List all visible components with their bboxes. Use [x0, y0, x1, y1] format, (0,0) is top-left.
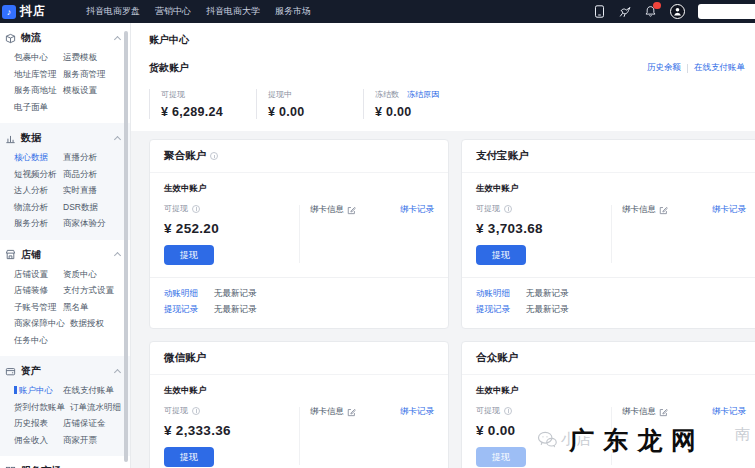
frozen-reason-link[interactable]: 冻结原因: [407, 89, 439, 100]
bind-records-link[interactable]: 绑卡记录: [400, 204, 434, 216]
withdrawable-label: 可提现: [476, 203, 500, 214]
edit-icon[interactable]: [659, 408, 668, 417]
bind-records-link[interactable]: 绑卡记录: [712, 204, 746, 216]
collapse-icon[interactable]: [114, 135, 121, 142]
stat-label: 可提现: [161, 89, 185, 100]
section-header-shop[interactable]: 店铺: [5, 248, 124, 262]
edit-icon[interactable]: [347, 408, 356, 417]
menu-item-university[interactable]: 抖音电商大学: [206, 5, 260, 18]
sidebar-item[interactable]: 物流分析: [14, 202, 58, 214]
bind-card-info[interactable]: 绑卡信息: [310, 406, 356, 418]
sidebar-item[interactable]: 地址库管理: [14, 69, 58, 81]
withdraw-records-link[interactable]: 提现记录: [164, 304, 198, 316]
edit-icon[interactable]: [347, 206, 356, 215]
info-icon[interactable]: [504, 205, 512, 213]
section-header-assets[interactable]: 资产: [5, 364, 124, 378]
collapse-icon[interactable]: [114, 252, 121, 259]
avatar[interactable]: [670, 4, 685, 19]
txn-detail-link[interactable]: 动账明细: [164, 288, 198, 300]
info-icon[interactable]: [210, 152, 218, 160]
withdrawable-amount: ¥ 3,703.68: [476, 221, 611, 236]
notification-bell-icon[interactable]: [644, 5, 657, 18]
sidebar-section-shop: 店铺 店铺设置资质中心 店铺装修支付方式设置 子账号管理黑名单 商家保障中心数据…: [0, 240, 130, 357]
no-record-text: 无最新记录: [214, 304, 257, 316]
sidebar-item[interactable]: 支付方式设置: [63, 285, 114, 297]
info-icon[interactable]: [504, 407, 512, 415]
sidebar-item-account-center[interactable]: 账户中心: [14, 385, 58, 397]
withdrawable-amount: ¥ 252.20: [164, 221, 299, 236]
menu-item-marketing[interactable]: 营销中心: [155, 5, 191, 18]
sidebar-item[interactable]: 实时直播: [63, 185, 97, 197]
sidebar-item[interactable]: 服务商地址: [14, 85, 58, 97]
sidebar-item[interactable]: 直播分析: [63, 152, 97, 164]
sidebar-item[interactable]: 数据授权: [70, 318, 104, 330]
menu-item-service-market[interactable]: 服务市场: [275, 5, 311, 18]
sidebar-item[interactable]: 达人分析: [14, 185, 58, 197]
sidebar-item[interactable]: 任务中心: [14, 335, 58, 347]
stat-label: 提现中: [268, 89, 292, 100]
info-icon[interactable]: [192, 407, 200, 415]
sidebar-item[interactable]: 服务商管理: [63, 69, 106, 81]
sidebar-item[interactable]: 佣金收入: [14, 435, 58, 447]
sidebar-item[interactable]: 店铺设置: [14, 269, 58, 281]
history-balance-link[interactable]: 历史余额: [647, 62, 681, 74]
txn-detail-link[interactable]: 动账明细: [476, 288, 510, 300]
sidebar-item[interactable]: 商家体验分: [63, 218, 106, 230]
sidebar-item[interactable]: 黑名单: [63, 302, 89, 314]
sidebar-item[interactable]: 包裹中心: [14, 52, 58, 64]
online-payment-bill-link[interactable]: 在线支付账单: [694, 62, 745, 74]
sidebar-item[interactable]: 电子面单: [14, 102, 58, 114]
sidebar-item[interactable]: 服务分析: [14, 218, 58, 230]
bind-records-link[interactable]: 绑卡记录: [712, 406, 746, 418]
sidebar-item[interactable]: 模板设置: [63, 85, 97, 97]
sidebar-item[interactable]: 货到付款账单: [14, 402, 65, 414]
section-title: 资产: [21, 364, 110, 378]
topbar-menu: 抖音电商罗盘 营销中心 抖音电商大学 服务市场: [86, 5, 311, 18]
bind-card-info[interactable]: 绑卡信息: [310, 204, 356, 216]
bind-records-link[interactable]: 绑卡记录: [400, 406, 434, 418]
sidebar-item[interactable]: 短视频分析: [14, 169, 58, 181]
withdraw-records-link[interactable]: 提现记录: [476, 304, 510, 316]
dove-message-icon[interactable]: [618, 6, 631, 18]
sidebar-section-logistics: 物流 包裹中心运费模板 地址库管理服务商管理 服务商地址模板设置 电子面单: [0, 23, 130, 123]
sidebar-item[interactable]: 商家保障中心: [14, 318, 65, 330]
withdraw-button[interactable]: 提现: [476, 447, 526, 467]
sidebar-item[interactable]: 商品分析: [63, 169, 97, 181]
section-title: 店铺: [21, 248, 110, 262]
menu-item-compass[interactable]: 抖音电商罗盘: [86, 5, 140, 18]
withdraw-button[interactable]: 提现: [164, 245, 214, 265]
sidebar-item[interactable]: DSR数据: [63, 202, 98, 214]
sidebar-section-data: 数据 核心数据直播分析 短视频分析商品分析 达人分析实时直播 物流分析DSR数据…: [0, 123, 130, 240]
bind-card-info[interactable]: 绑卡信息: [622, 204, 668, 216]
account-card-hezhong: 合众账户 生效中账户 可提现 ¥ 0.00 提现: [461, 341, 755, 468]
shop-icon: [5, 249, 16, 260]
sidebar-item[interactable]: 资质中心: [63, 269, 97, 281]
sidebar-item[interactable]: 商家开票: [63, 435, 97, 447]
withdrawable-amount: ¥ 2,333.36: [164, 423, 299, 438]
sidebar-item[interactable]: 店铺保证金: [63, 418, 106, 430]
active-account-label: 生效中账户: [476, 183, 746, 195]
app-logo[interactable]: ♪ 抖店: [2, 3, 46, 20]
sidebar-item[interactable]: 订单流水明细: [70, 402, 121, 414]
section-header-data[interactable]: 数据: [5, 131, 124, 145]
sidebar-item[interactable]: 在线支付账单: [63, 385, 114, 397]
withdraw-button[interactable]: 提现: [164, 447, 214, 467]
info-icon[interactable]: [192, 205, 200, 213]
sidebar-item[interactable]: 子账号管理: [14, 302, 58, 314]
section-header-service-market[interactable]: 服务市场: [0, 456, 130, 468]
mobile-phone-icon[interactable]: [594, 5, 605, 18]
sidebar-item[interactable]: 店铺装修: [14, 285, 58, 297]
sidebar-item[interactable]: 运费模板: [63, 52, 97, 64]
collapse-icon[interactable]: [114, 35, 121, 42]
sidebar-item[interactable]: 历史报表: [14, 418, 58, 430]
bind-card-info[interactable]: 绑卡信息: [622, 406, 668, 418]
sidebar-scrollbar[interactable]: [124, 31, 128, 462]
edit-icon[interactable]: [659, 206, 668, 215]
collapse-icon[interactable]: [114, 368, 121, 375]
withdrawable-amount: ¥ 0.00: [476, 423, 611, 438]
withdraw-button[interactable]: 提现: [476, 245, 526, 265]
account-pill[interactable]: [698, 4, 755, 19]
sidebar-item-core-data[interactable]: 核心数据: [14, 152, 58, 164]
section-header-logistics[interactable]: 物流: [5, 31, 124, 45]
bind-info-label: 绑卡信息: [310, 406, 344, 418]
